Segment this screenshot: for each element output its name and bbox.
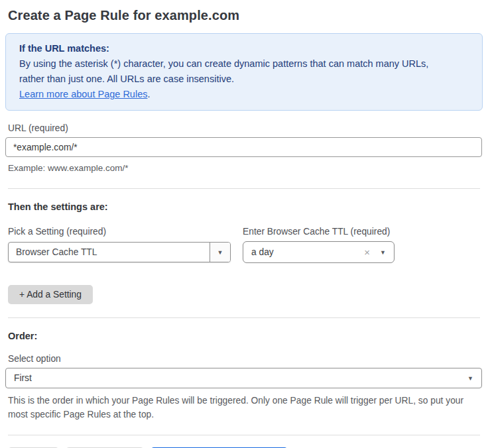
ttl-picker-column: Enter Browser Cache TTL (required) a day…	[243, 227, 395, 263]
ttl-picker-combobox[interactable]: a day × ▼	[243, 241, 395, 263]
link-suffix: .	[147, 89, 150, 99]
chevron-down-icon: ▼	[217, 249, 223, 256]
order-section-heading: Order:	[8, 331, 480, 341]
order-select-label: Select option	[8, 354, 480, 364]
divider	[8, 435, 480, 435]
clear-icon[interactable]: ×	[364, 247, 370, 257]
order-helper-text: This is the order in which your Page Rul…	[8, 394, 480, 421]
chevron-down-icon: ▼	[467, 375, 473, 382]
setting-picker-column: Pick a Setting (required) Browser Cache …	[8, 227, 231, 263]
settings-section-heading: Then the settings are:	[8, 201, 480, 212]
info-box-heading: If the URL matches:	[19, 41, 469, 56]
order-select[interactable]: First ▼	[5, 368, 482, 388]
page-title: Create a Page Rule for example.com	[8, 8, 480, 23]
add-setting-button[interactable]: + Add a Setting	[8, 285, 93, 304]
order-helper-line-1: This is the order in which your Page Rul…	[8, 394, 480, 408]
setting-picker-label: Pick a Setting (required)	[8, 227, 231, 237]
add-setting-wrap: + Add a Setting	[8, 285, 480, 304]
caret-cell[interactable]: ▼	[210, 243, 230, 262]
learn-more-link[interactable]: Learn more about Page Rules	[19, 89, 147, 99]
ttl-picker-label: Enter Browser Cache TTL (required)	[243, 227, 395, 237]
divider	[8, 188, 480, 189]
divider	[8, 317, 480, 318]
settings-row: Pick a Setting (required) Browser Cache …	[8, 227, 480, 263]
info-box-body-line-2: rather than just one. All URLs are case …	[19, 72, 469, 87]
create-page-rule-form: Create a Page Rule for example.com If th…	[0, 0, 488, 448]
order-select-value: First	[14, 373, 467, 383]
info-box-body-line-1: By using the asterisk (*) character, you…	[19, 56, 469, 72]
chevron-down-icon[interactable]: ▼	[380, 249, 386, 256]
url-field-label: URL (required)	[8, 123, 480, 133]
url-helper-text: Example: www.example.com/*	[8, 162, 480, 175]
url-input[interactable]	[5, 137, 482, 157]
ttl-picker-value: a day	[251, 247, 364, 257]
url-match-info-box: If the URL matches: By using the asteris…	[5, 33, 483, 111]
setting-picker-value: Browser Cache TTL	[9, 243, 210, 262]
info-box-link-line: Learn more about Page Rules.	[19, 87, 469, 102]
order-helper-line-2: most specific Page Rules at the top.	[8, 408, 480, 422]
setting-picker-select[interactable]: Browser Cache TTL ▼	[8, 242, 231, 262]
